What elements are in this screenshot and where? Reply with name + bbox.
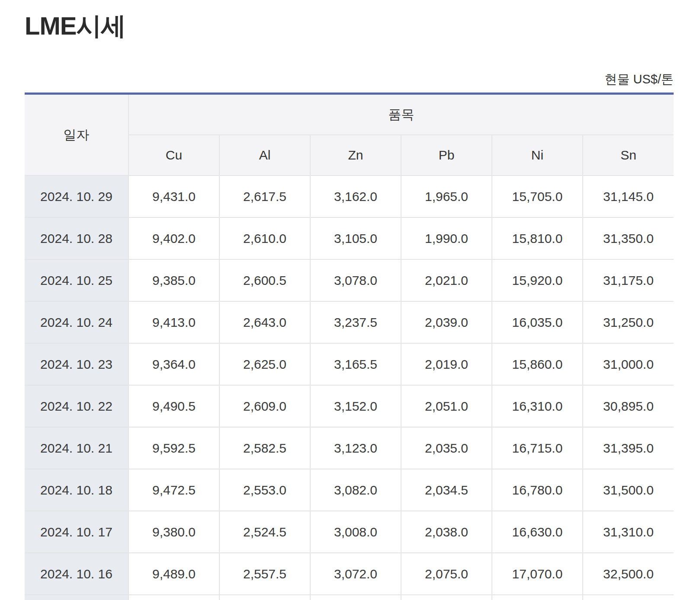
price-cell-cu: 9,472.5 bbox=[128, 469, 219, 511]
price-cell-pb: 2,035.0 bbox=[401, 427, 492, 469]
table-row: 2024. 10. 249,413.02,643.03,237.52,039.0… bbox=[25, 301, 674, 343]
price-cell-zn: 3,123.0 bbox=[310, 427, 401, 469]
price-cell-ni: 15,810.0 bbox=[492, 217, 583, 259]
price-cell-sn: 31,500.0 bbox=[583, 469, 674, 511]
table-row-partial bbox=[25, 595, 674, 600]
date-cell: 2024. 10. 18 bbox=[25, 469, 128, 511]
price-cell-zn: 3,008.0 bbox=[310, 511, 401, 553]
price-cell-pb: 1,965.0 bbox=[401, 176, 492, 217]
price-cell-empty bbox=[401, 595, 492, 600]
price-cell-sn: 30,895.0 bbox=[583, 385, 674, 427]
price-cell-ni: 17,070.0 bbox=[492, 553, 583, 595]
col-header-zn: Zn bbox=[310, 135, 401, 176]
price-cell-sn: 31,000.0 bbox=[583, 343, 674, 385]
price-cell-zn: 3,078.0 bbox=[310, 259, 401, 301]
header-group-row: 일자 품목 bbox=[25, 93, 674, 135]
price-cell-ni: 15,860.0 bbox=[492, 343, 583, 385]
price-cell-empty bbox=[583, 595, 674, 600]
date-cell bbox=[25, 595, 128, 600]
price-cell-cu: 9,402.0 bbox=[128, 217, 219, 259]
group-header-items: 품목 bbox=[128, 93, 674, 135]
date-cell: 2024. 10. 17 bbox=[25, 511, 128, 553]
table-row: 2024. 10. 299,431.02,617.53,162.01,965.0… bbox=[25, 176, 674, 217]
table-row: 2024. 10. 169,489.02,557.53,072.02,075.0… bbox=[25, 553, 674, 595]
price-cell-al: 2,609.0 bbox=[219, 385, 310, 427]
date-cell: 2024. 10. 25 bbox=[25, 259, 128, 301]
price-cell-empty bbox=[310, 595, 401, 600]
col-header-date: 일자 bbox=[25, 93, 128, 176]
date-cell: 2024. 10. 21 bbox=[25, 427, 128, 469]
table-row: 2024. 10. 229,490.52,609.03,152.02,051.0… bbox=[25, 385, 674, 427]
price-cell-zn: 3,105.0 bbox=[310, 217, 401, 259]
price-cell-zn: 3,072.0 bbox=[310, 553, 401, 595]
price-cell-ni: 16,715.0 bbox=[492, 427, 583, 469]
price-cell-empty bbox=[128, 595, 219, 600]
date-cell: 2024. 10. 23 bbox=[25, 343, 128, 385]
price-cell-pb: 2,075.0 bbox=[401, 553, 492, 595]
price-cell-zn: 3,152.0 bbox=[310, 385, 401, 427]
date-cell: 2024. 10. 28 bbox=[25, 217, 128, 259]
price-cell-cu: 9,364.0 bbox=[128, 343, 219, 385]
price-cell-zn: 3,237.5 bbox=[310, 301, 401, 343]
col-header-sn: Sn bbox=[583, 135, 674, 176]
price-cell-cu: 9,592.5 bbox=[128, 427, 219, 469]
price-cell-al: 2,643.0 bbox=[219, 301, 310, 343]
date-cell: 2024. 10. 16 bbox=[25, 553, 128, 595]
table-row: 2024. 10. 219,592.52,582.53,123.02,035.0… bbox=[25, 427, 674, 469]
price-cell-pb: 2,051.0 bbox=[401, 385, 492, 427]
price-cell-ni: 15,920.0 bbox=[492, 259, 583, 301]
table-row: 2024. 10. 189,472.52,553.03,082.02,034.5… bbox=[25, 469, 674, 511]
price-cell-empty bbox=[219, 595, 310, 600]
price-cell-zn: 3,162.0 bbox=[310, 176, 401, 217]
price-cell-al: 2,617.5 bbox=[219, 176, 310, 217]
table-row: 2024. 10. 239,364.02,625.03,165.52,019.0… bbox=[25, 343, 674, 385]
col-header-al: Al bbox=[219, 135, 310, 176]
date-cell: 2024. 10. 24 bbox=[25, 301, 128, 343]
price-cell-cu: 9,490.5 bbox=[128, 385, 219, 427]
price-cell-sn: 31,350.0 bbox=[583, 217, 674, 259]
price-cell-al: 2,600.5 bbox=[219, 259, 310, 301]
price-cell-pb: 2,021.0 bbox=[401, 259, 492, 301]
price-cell-zn: 3,165.5 bbox=[310, 343, 401, 385]
price-cell-sn: 31,250.0 bbox=[583, 301, 674, 343]
price-cell-pb: 1,990.0 bbox=[401, 217, 492, 259]
price-cell-ni: 15,705.0 bbox=[492, 176, 583, 217]
lme-price-table: 일자 품목 CuAlZnPbNiSn 2024. 10. 299,431.02,… bbox=[25, 93, 674, 600]
price-cell-cu: 9,431.0 bbox=[128, 176, 219, 217]
price-cell-sn: 31,145.0 bbox=[583, 176, 674, 217]
col-header-cu: Cu bbox=[128, 135, 219, 176]
price-cell-cu: 9,380.0 bbox=[128, 511, 219, 553]
table-row: 2024. 10. 259,385.02,600.53,078.02,021.0… bbox=[25, 259, 674, 301]
price-cell-al: 2,610.0 bbox=[219, 217, 310, 259]
price-cell-al: 2,557.5 bbox=[219, 553, 310, 595]
price-cell-sn: 31,175.0 bbox=[583, 259, 674, 301]
price-cell-al: 2,524.5 bbox=[219, 511, 310, 553]
price-cell-al: 2,625.0 bbox=[219, 343, 310, 385]
price-cell-empty bbox=[492, 595, 583, 600]
price-cell-sn: 32,500.0 bbox=[583, 553, 674, 595]
table-row: 2024. 10. 289,402.02,610.03,105.01,990.0… bbox=[25, 217, 674, 259]
price-cell-ni: 16,035.0 bbox=[492, 301, 583, 343]
date-cell: 2024. 10. 29 bbox=[25, 176, 128, 217]
price-cell-pb: 2,034.5 bbox=[401, 469, 492, 511]
table-row: 2024. 10. 179,380.02,524.53,008.02,038.0… bbox=[25, 511, 674, 553]
page-title: LME시세 bbox=[25, 12, 700, 40]
unit-label: 현물 US$/톤 bbox=[25, 71, 674, 88]
price-cell-al: 2,582.5 bbox=[219, 427, 310, 469]
price-table-section: 현물 US$/톤 일자 품목 CuAlZnPbNiSn 2024. 10. 29… bbox=[25, 71, 674, 600]
price-cell-cu: 9,489.0 bbox=[128, 553, 219, 595]
price-cell-ni: 16,780.0 bbox=[492, 469, 583, 511]
price-cell-ni: 16,630.0 bbox=[492, 511, 583, 553]
price-cell-sn: 31,395.0 bbox=[583, 427, 674, 469]
price-cell-al: 2,553.0 bbox=[219, 469, 310, 511]
date-cell: 2024. 10. 22 bbox=[25, 385, 128, 427]
price-cell-pb: 2,039.0 bbox=[401, 301, 492, 343]
price-cell-pb: 2,038.0 bbox=[401, 511, 492, 553]
price-cell-ni: 16,310.0 bbox=[492, 385, 583, 427]
price-cell-zn: 3,082.0 bbox=[310, 469, 401, 511]
price-cell-cu: 9,385.0 bbox=[128, 259, 219, 301]
col-header-ni: Ni bbox=[492, 135, 583, 176]
price-cell-pb: 2,019.0 bbox=[401, 343, 492, 385]
price-cell-cu: 9,413.0 bbox=[128, 301, 219, 343]
col-header-pb: Pb bbox=[401, 135, 492, 176]
